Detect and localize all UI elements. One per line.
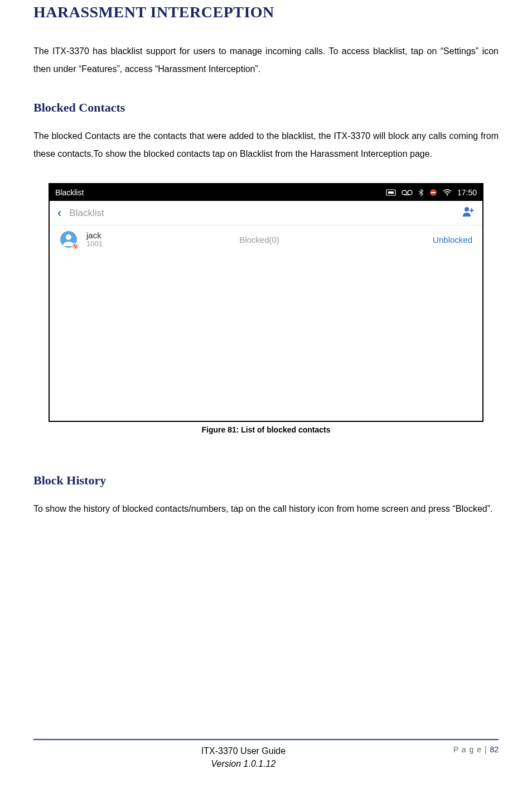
screenshot-subtitle: Blacklist	[69, 208, 104, 219]
svg-rect-6	[431, 192, 436, 193]
blacklist-row[interactable]: jack 1001 Blocked(0) Unblocked	[50, 225, 482, 253]
screenshot-status-bar: Blacklist 17:50	[50, 184, 482, 201]
back-icon[interactable]: ‹	[57, 206, 61, 220]
unblocked-link[interactable]: Unblocked	[433, 235, 472, 244]
section-blocked-contacts-paragraph: The blocked Contacts are the contacts th…	[33, 127, 499, 163]
svg-point-7	[447, 195, 448, 196]
contact-number: 1001	[86, 240, 103, 248]
section-blocked-contacts-heading: Blocked Contacts	[33, 100, 499, 115]
footer-version: Version 1.0.1.12	[33, 758, 453, 770]
status-icons: 17:50	[386, 188, 477, 197]
contact-name: jack	[86, 231, 103, 241]
hdmi-icon	[386, 189, 396, 196]
wifi-icon	[443, 189, 452, 196]
bluetooth-icon	[418, 189, 424, 196]
section-block-history-heading: Block History	[33, 473, 499, 488]
intro-paragraph: The ITX-3370 has blacklist support for u…	[33, 42, 499, 78]
screenshot-empty-area	[50, 253, 482, 421]
figure-caption: Figure 81: List of blocked contacts	[49, 425, 483, 434]
page-title: HARASSMENT INTERCEPTION	[33, 3, 499, 21]
svg-rect-1	[388, 191, 394, 194]
svg-point-8	[465, 207, 469, 212]
svg-point-2	[402, 190, 407, 195]
add-contact-icon[interactable]	[462, 206, 475, 220]
status-time: 17:50	[457, 188, 477, 197]
blocked-count-label: Blocked(0)	[103, 235, 433, 244]
blocked-badge-icon	[72, 243, 79, 249]
svg-line-12	[74, 244, 77, 248]
screenshot-app-title: Blacklist	[55, 188, 84, 197]
page-footer: ITX-3370 User Guide Version 1.0.1.12 P a…	[33, 739, 499, 770]
dnd-icon	[429, 189, 437, 196]
figure-blocked-contacts: Blacklist 17:50	[49, 183, 483, 434]
footer-doc-title: ITX-3370 User Guide	[33, 745, 453, 757]
footer-page-number: P a g e | 82	[453, 744, 499, 754]
screenshot: Blacklist 17:50	[49, 183, 483, 422]
contact-info: jack 1001	[86, 231, 103, 248]
screenshot-header: ‹ Blacklist	[50, 201, 482, 225]
svg-point-3	[408, 190, 412, 195]
contact-avatar-icon	[60, 230, 78, 248]
svg-point-10	[66, 234, 71, 240]
section-block-history-paragraph: To show the history of blocked contacts/…	[33, 500, 499, 518]
voicemail-icon	[402, 189, 413, 196]
